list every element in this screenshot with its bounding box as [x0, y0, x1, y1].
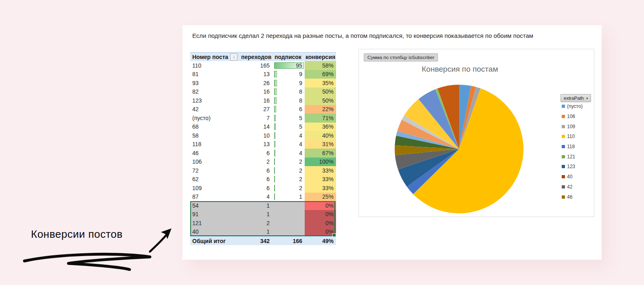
pie-chart[interactable] — [395, 85, 523, 213]
cell-post[interactable]: 58 — [190, 131, 240, 140]
cell-post[interactable]: 109 — [190, 184, 240, 193]
cell-subscriptions[interactable]: 9 — [274, 70, 305, 79]
value-field-button[interactable]: Сумма по столбцу isSubscriber — [364, 53, 438, 61]
cell-subscriptions[interactable]: 4 — [274, 140, 305, 149]
cell-post[interactable]: 40 — [190, 228, 240, 237]
cell-conversion[interactable]: 33% — [305, 166, 336, 175]
cell-subscriptions[interactable]: 2 — [274, 175, 305, 184]
cell-transitions[interactable]: 1 — [240, 228, 274, 237]
legend-field-button[interactable]: extraPath ▾ — [560, 94, 591, 102]
cell-conversion[interactable]: 0% — [305, 201, 336, 210]
cell-post[interactable]: 42 — [190, 105, 240, 114]
cell-post[interactable]: 93 — [190, 79, 240, 88]
cell-subscriptions[interactable]: 5 — [274, 114, 305, 123]
column-header-subscriptions[interactable]: подписок — [274, 53, 305, 61]
selection-fill-handle[interactable] — [332, 233, 336, 237]
cell-subscriptions[interactable]: 2 — [274, 184, 305, 193]
cell-transitions[interactable]: 7 — [240, 114, 274, 123]
cell-transitions[interactable]: 2 — [240, 219, 274, 228]
legend-item[interactable]: 40 — [562, 172, 582, 182]
cell-post[interactable]: 54 — [190, 201, 240, 210]
cell-transitions[interactable]: 13 — [240, 140, 274, 149]
cell-conversion[interactable]: 35% — [305, 79, 336, 88]
cell-transitions[interactable]: 6 — [240, 175, 274, 184]
cell-conversion[interactable]: 0% — [305, 219, 336, 228]
total-transitions-cell[interactable]: 342 — [240, 237, 274, 245]
column-header-post[interactable]: Номер поста ↓ — [190, 53, 240, 61]
cell-post[interactable]: 106 — [190, 158, 240, 167]
cell-post[interactable]: (пусто) — [190, 114, 240, 123]
cell-conversion[interactable]: 67% — [305, 149, 336, 158]
sort-descending-icon[interactable]: ↓ — [230, 53, 237, 61]
cell-transitions[interactable]: 165 — [240, 61, 274, 70]
cell-transitions[interactable]: 13 — [240, 70, 274, 79]
cell-subscriptions[interactable]: 95 — [274, 61, 305, 70]
total-label-cell[interactable]: Общий итог — [190, 237, 240, 245]
legend-item[interactable]: 123 — [562, 162, 582, 172]
cell-conversion[interactable]: 33% — [305, 184, 336, 193]
legend-item[interactable]: 46 — [562, 192, 582, 202]
cell-subscriptions[interactable]: 4 — [274, 131, 305, 140]
cell-subscriptions[interactable]: 6 — [274, 105, 305, 114]
cell-subscriptions[interactable] — [274, 201, 305, 210]
cell-transitions[interactable]: 4 — [240, 193, 274, 202]
legend-item[interactable]: 118 — [562, 142, 582, 152]
cell-conversion[interactable]: 50% — [305, 88, 336, 96]
cell-transitions[interactable]: 2 — [240, 158, 274, 167]
cell-post[interactable]: 46 — [190, 149, 240, 158]
cell-post[interactable]: 81 — [190, 70, 240, 79]
cell-conversion[interactable]: 0% — [305, 228, 336, 237]
cell-subscriptions[interactable] — [274, 228, 305, 237]
cell-conversion[interactable]: 50% — [305, 96, 336, 105]
cell-subscriptions[interactable]: 2 — [274, 158, 305, 167]
cell-subscriptions[interactable]: 1 — [274, 193, 305, 202]
cell-subscriptions[interactable]: 5 — [274, 123, 305, 132]
cell-subscriptions[interactable]: 2 — [274, 166, 305, 175]
cell-conversion[interactable]: 71% — [305, 114, 336, 123]
cell-subscriptions[interactable]: 8 — [274, 88, 305, 96]
cell-conversion[interactable]: 69% — [305, 70, 336, 79]
cell-subscriptions[interactable]: 8 — [274, 96, 305, 105]
column-header-conversion[interactable]: конверсия — [305, 53, 336, 61]
cell-conversion[interactable]: 33% — [305, 175, 336, 184]
cell-conversion[interactable]: 0% — [305, 210, 336, 219]
cell-subscriptions[interactable]: 9 — [274, 79, 305, 88]
cell-post[interactable]: 72 — [190, 166, 240, 175]
cell-transitions[interactable]: 16 — [240, 88, 274, 96]
cell-post[interactable]: 82 — [190, 88, 240, 96]
column-header-transitions[interactable]: переходов — [240, 53, 274, 61]
legend-item[interactable]: 121 — [562, 151, 582, 162]
cell-transitions[interactable]: 10 — [240, 131, 274, 140]
cell-transitions[interactable]: 6 — [240, 166, 274, 175]
cell-post[interactable]: 121 — [190, 219, 240, 228]
cell-transitions[interactable]: 27 — [240, 105, 274, 114]
cell-post[interactable]: 91 — [190, 210, 240, 219]
cell-transitions[interactable]: 6 — [240, 184, 274, 193]
cell-subscriptions[interactable] — [274, 210, 305, 219]
legend-item[interactable]: (пусто) — [562, 101, 582, 112]
cell-conversion[interactable]: 58% — [305, 61, 336, 70]
cell-post[interactable]: 62 — [190, 175, 240, 184]
cell-subscriptions[interactable]: 4 — [274, 149, 305, 158]
cell-conversion[interactable]: 22% — [305, 105, 336, 114]
cell-transitions[interactable]: 26 — [240, 79, 274, 88]
cell-conversion[interactable]: 100% — [305, 158, 336, 167]
cell-post[interactable]: 87 — [190, 193, 240, 202]
cell-post[interactable]: 110 — [190, 61, 240, 70]
cell-post[interactable]: 123 — [190, 96, 240, 105]
legend-item[interactable]: 42 — [562, 182, 582, 192]
legend-item[interactable]: 106 — [562, 112, 582, 122]
cell-post[interactable]: 68 — [190, 123, 240, 132]
cell-conversion[interactable]: 31% — [305, 140, 336, 149]
cell-transitions[interactable]: 6 — [240, 149, 274, 158]
legend-item[interactable]: 110 — [562, 132, 582, 142]
legend-item[interactable]: 109 — [562, 121, 582, 132]
total-conversion-cell[interactable]: 49% — [305, 237, 336, 245]
cell-transitions[interactable]: 16 — [240, 96, 274, 105]
cell-conversion[interactable]: 36% — [305, 123, 336, 132]
total-subscriptions-cell[interactable]: 166 — [274, 237, 305, 245]
cell-transitions[interactable]: 1 — [240, 201, 274, 210]
cell-transitions[interactable]: 14 — [240, 123, 274, 132]
cell-post[interactable]: 118 — [190, 140, 240, 149]
cell-transitions[interactable]: 1 — [240, 210, 274, 219]
